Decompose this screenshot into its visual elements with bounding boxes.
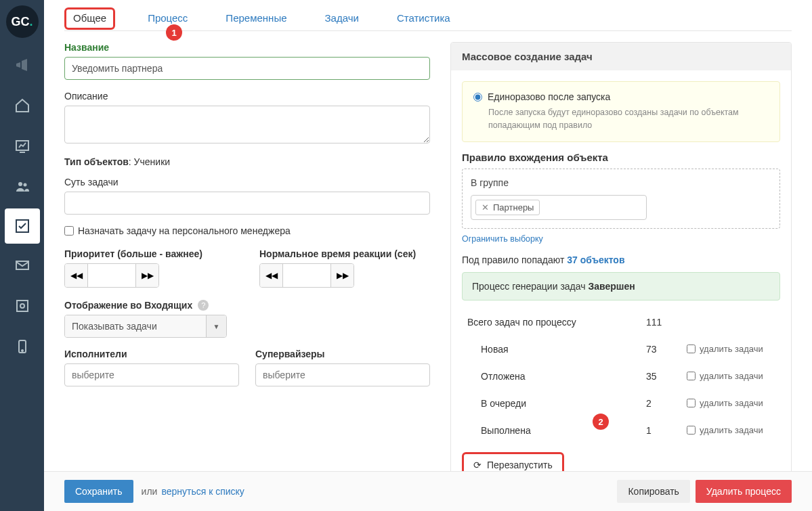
svg-point-2 <box>23 183 26 187</box>
back-link[interactable]: вернуться к списку <box>161 486 244 497</box>
row-label: Новая <box>467 344 646 355</box>
row-label: Отложена <box>467 371 646 382</box>
executors-label: Исполнители <box>64 349 239 359</box>
home-icon[interactable] <box>0 85 44 126</box>
delete-label: удалить задачи <box>700 398 763 408</box>
row-label: Выполнена <box>467 425 646 436</box>
priority-stepper: ◀◀ ▶▶ <box>64 263 159 288</box>
reaction-increment[interactable]: ▶▶ <box>330 264 354 287</box>
group-tag-label: Партнеры <box>493 202 534 213</box>
svg-point-1 <box>18 182 22 186</box>
delete-label: удалить задачи <box>700 371 763 381</box>
priority-decrement[interactable]: ◀◀ <box>65 264 88 287</box>
delete-label: удалить задачи <box>700 344 763 354</box>
row-value: 35 <box>646 371 687 382</box>
mail-icon[interactable] <box>0 245 44 286</box>
footer-or: или <box>142 486 158 497</box>
delete-label: удалить задачи <box>700 425 763 435</box>
copy-button[interactable]: Копировать <box>617 480 689 503</box>
priority-increment[interactable]: ▶▶ <box>135 264 158 287</box>
users-icon[interactable] <box>0 166 44 207</box>
tab-tasks[interactable]: Задачи <box>320 8 364 30</box>
table-row: Отложена 35 удалить задачи <box>462 363 780 390</box>
table-row: Выполнена 1 удалить задачи <box>462 417 780 444</box>
supervisors-input[interactable] <box>255 363 430 386</box>
once-radio-desc: После запуска будут единоразово созданы … <box>473 106 769 132</box>
row-value: 1 <box>646 425 687 436</box>
svg-point-7 <box>22 350 23 351</box>
panel-title: Массовое создание задач <box>451 43 791 70</box>
right-column: Массовое создание задач Единоразово посл… <box>450 42 792 489</box>
row-label: В очереди <box>467 398 646 409</box>
help-icon[interactable]: ? <box>198 300 209 311</box>
personal-manager-checkbox[interactable] <box>64 226 74 236</box>
total-value: 111 <box>646 317 687 328</box>
save-button[interactable]: Сохранить <box>64 480 133 503</box>
subject-label: Суть задачи <box>64 177 430 187</box>
hits-prefix: Под правило попадают <box>462 254 567 265</box>
tab-general[interactable]: Общее <box>64 7 115 30</box>
callout-badge-1: 1 <box>166 24 182 41</box>
reaction-value[interactable] <box>283 264 330 287</box>
radio-option-once: Единоразово после запуска После запуска … <box>462 81 780 142</box>
status-prefix: Процесс генерации задач <box>472 281 588 292</box>
svg-rect-4 <box>17 301 28 311</box>
logo: GC. <box>6 5 39 38</box>
delete-checkbox[interactable] <box>687 426 696 435</box>
remove-tag-icon[interactable]: ✕ <box>482 202 489 213</box>
inbox-label: Отображение во Входящих <box>64 300 192 311</box>
objtype-value: Ученики <box>134 156 170 167</box>
status-value: Завершен <box>588 281 635 292</box>
main-content: Общее Процесс Переменные Задачи Статисти… <box>44 0 812 511</box>
restart-label: Перезапустить <box>487 460 553 470</box>
mass-create-panel: Массовое создание задач Единоразово посл… <box>450 42 792 489</box>
refresh-icon: ⟳ <box>473 460 482 470</box>
table-row: Новая 73 удалить задачи <box>462 336 780 363</box>
announcement-icon[interactable] <box>0 45 44 85</box>
objtype-line: Тип объектов: Ученики <box>64 156 430 167</box>
executors-input[interactable] <box>64 363 239 386</box>
reaction-label: Нормальное время реакции (сек) <box>259 248 430 259</box>
supervisors-label: Супервайзеры <box>255 349 430 359</box>
checkmark-icon[interactable] <box>5 208 40 244</box>
safe-icon[interactable] <box>0 286 44 326</box>
priority-label: Приоритет (больше - важнее) <box>64 248 235 259</box>
row-value: 73 <box>646 344 687 355</box>
hits-link[interactable]: 37 объектов <box>567 254 624 265</box>
footer: Сохранить или вернуться к списку Копиров… <box>44 471 812 511</box>
delete-process-button[interactable]: Удалить процесс <box>696 480 792 503</box>
row-value: 2 <box>646 398 687 409</box>
chevron-down-icon: ▼ <box>206 315 226 337</box>
desc-label: Описание <box>64 91 430 102</box>
delete-checkbox[interactable] <box>687 399 696 407</box>
limit-selection-link[interactable]: Ограничить выборку <box>462 234 543 244</box>
tab-variables[interactable]: Переменные <box>220 8 292 30</box>
objtype-label: Тип объектов <box>64 156 129 167</box>
priority-value[interactable] <box>88 264 135 287</box>
chart-icon[interactable] <box>0 126 44 166</box>
delete-checkbox[interactable] <box>687 372 696 380</box>
title-input[interactable] <box>64 57 430 80</box>
callout-badge-2: 2 <box>593 414 609 430</box>
rule-in-group: В группе <box>471 177 771 188</box>
phone-icon[interactable] <box>0 326 44 367</box>
group-tag-input[interactable]: ✕ Партнеры <box>471 195 647 220</box>
stats-table: Всего задач по процессу 111 Новая 73 уда… <box>462 309 780 444</box>
generation-status: Процесс генерации задач Завершен <box>462 272 780 301</box>
title-label: Название <box>64 42 430 53</box>
inbox-select[interactable]: Показывать задачи ▼ <box>64 315 227 338</box>
reaction-decrement[interactable]: ◀◀ <box>260 264 283 287</box>
once-radio[interactable] <box>473 93 482 102</box>
rule-hits: Под правило попадают 37 объектов <box>462 254 780 265</box>
rule-label: Правило вхождения объекта <box>462 152 780 163</box>
table-row: В очереди 2 удалить задачи <box>462 390 780 417</box>
tab-stats[interactable]: Статистика <box>391 8 456 30</box>
delete-checkbox[interactable] <box>687 345 696 353</box>
subject-input[interactable] <box>64 192 430 215</box>
total-label: Всего задач по процессу <box>467 317 646 328</box>
desc-textarea[interactable] <box>64 106 430 143</box>
group-tag: ✕ Партнеры <box>475 200 540 215</box>
rule-box: В группе ✕ Партнеры <box>462 169 780 229</box>
inbox-select-value: Показывать задачи <box>65 315 206 337</box>
sidebar: GC. <box>0 0 44 511</box>
